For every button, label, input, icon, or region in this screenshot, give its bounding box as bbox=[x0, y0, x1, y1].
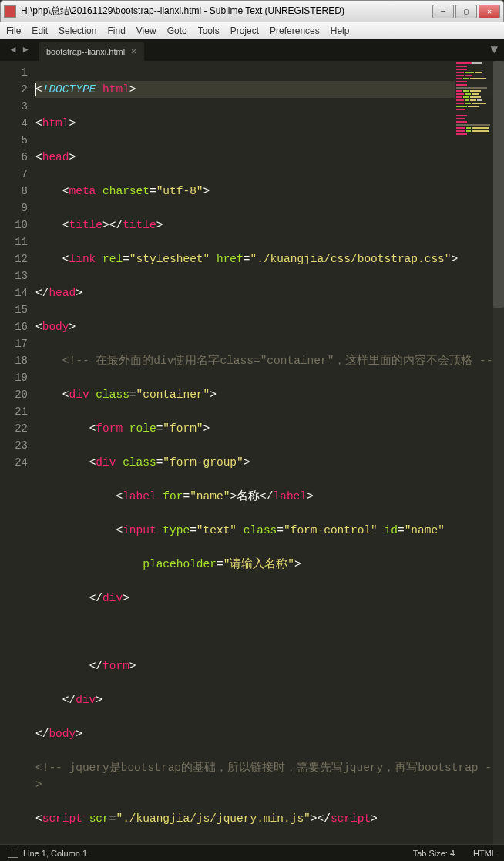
line-number: 16 bbox=[5, 318, 28, 335]
line-number: 6 bbox=[5, 149, 28, 166]
tab-nav-arrows: ◄ ► bbox=[8, 45, 31, 55]
line-number: 19 bbox=[5, 369, 28, 386]
window-title: H:\php\总结\20161129\bootstrap--lianxi.htm… bbox=[21, 5, 432, 18]
line-number: 21 bbox=[5, 403, 28, 420]
line-number: 1 bbox=[5, 64, 28, 81]
nav-forward-icon[interactable]: ► bbox=[20, 45, 31, 55]
menu-project[interactable]: Project bbox=[230, 25, 259, 36]
menu-selection[interactable]: Selection bbox=[59, 25, 96, 36]
status-syntax[interactable]: HTML bbox=[473, 849, 496, 858]
line-number: 5 bbox=[5, 132, 28, 149]
menubar: File Edit Selection Find View Goto Tools… bbox=[0, 22, 504, 39]
close-button[interactable]: ✕ bbox=[479, 5, 500, 18]
status-position[interactable]: Line 1, Column 1 bbox=[23, 849, 87, 858]
tab-active[interactable]: bootstrap--lianxi.html × bbox=[39, 42, 144, 61]
editor-area[interactable]: 1 2 3 4 5 6 7 8 9 10 11 12 13 14 15 16 1… bbox=[0, 61, 504, 844]
line-number: 2 bbox=[5, 81, 28, 98]
line-number: 17 bbox=[5, 335, 28, 352]
line-number: 3 bbox=[5, 98, 28, 115]
scrollbar-thumb[interactable] bbox=[493, 61, 504, 308]
line-number: 13 bbox=[5, 267, 28, 284]
menu-edit[interactable]: Edit bbox=[32, 25, 48, 36]
menu-goto[interactable]: Goto bbox=[167, 25, 187, 36]
menu-view[interactable]: View bbox=[136, 25, 156, 36]
line-number: 22 bbox=[5, 420, 28, 437]
line-number: 11 bbox=[5, 234, 28, 251]
line-number: 10 bbox=[5, 217, 28, 234]
minimize-button[interactable]: — bbox=[432, 5, 454, 18]
panel-switcher-icon[interactable] bbox=[8, 849, 18, 858]
menu-preferences[interactable]: Preferences bbox=[270, 25, 320, 36]
line-number: 8 bbox=[5, 183, 28, 200]
menu-tools[interactable]: Tools bbox=[198, 25, 220, 36]
line-number: 15 bbox=[5, 301, 28, 318]
line-number: 20 bbox=[5, 386, 28, 403]
status-tabsize[interactable]: Tab Size: 4 bbox=[413, 849, 455, 858]
statusbar: Line 1, Column 1 Tab Size: 4 HTML bbox=[0, 844, 504, 861]
menu-find[interactable]: Find bbox=[107, 25, 125, 36]
line-number: 12 bbox=[5, 251, 28, 267]
menu-file[interactable]: File bbox=[6, 25, 21, 36]
line-number: 9 bbox=[5, 200, 28, 217]
line-number: 4 bbox=[5, 115, 28, 132]
nav-back-icon[interactable]: ◄ bbox=[8, 45, 18, 55]
maximize-button[interactable]: ▢ bbox=[455, 5, 477, 18]
line-number-gutter: 1 2 3 4 5 6 7 8 9 10 11 12 13 14 15 16 1… bbox=[0, 61, 35, 844]
line-number: 18 bbox=[5, 352, 28, 369]
tab-strip: ◄ ► bootstrap--lianxi.html × ▼ bbox=[0, 39, 504, 61]
menu-help[interactable]: Help bbox=[331, 25, 350, 36]
line-number: 24 bbox=[5, 454, 28, 471]
window-controls: — ▢ ✕ bbox=[432, 5, 500, 18]
tab-close-icon[interactable]: × bbox=[131, 46, 136, 57]
tab-dropdown-icon[interactable]: ▼ bbox=[490, 43, 498, 57]
window-titlebar: H:\php\总结\20161129\bootstrap--lianxi.htm… bbox=[0, 0, 504, 22]
line-number: 7 bbox=[5, 166, 28, 183]
line-number: 23 bbox=[5, 437, 28, 454]
vertical-scrollbar[interactable] bbox=[493, 61, 504, 844]
code-content[interactable]: <!DOCTYPE html> <html> <head> <meta char… bbox=[35, 61, 504, 844]
app-icon bbox=[4, 5, 16, 18]
line-number: 14 bbox=[5, 284, 28, 301]
minimap[interactable] bbox=[455, 61, 493, 153]
tab-label: bootstrap--lianxi.html bbox=[46, 47, 125, 56]
